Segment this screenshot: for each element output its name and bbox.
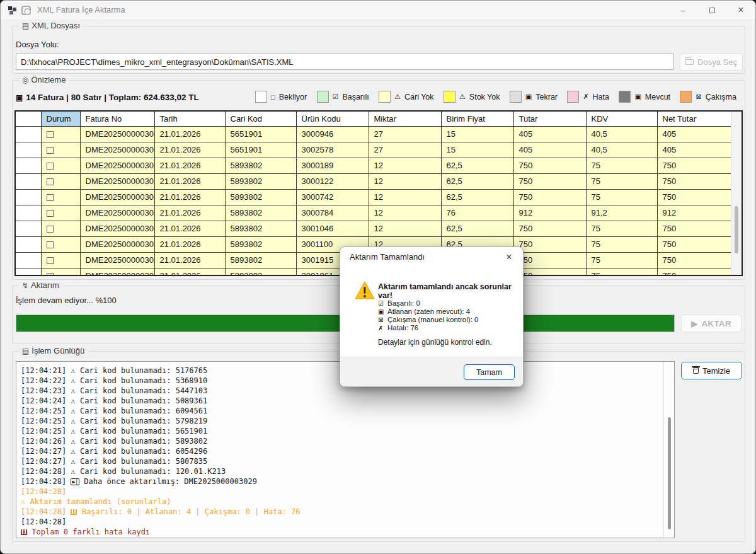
log-line: [12:04:25] ⚠ Cari kod bulunamadı: 579821…	[21, 416, 659, 426]
play-icon: ▶	[691, 319, 698, 328]
column-header[interactable]: Cari Kod	[225, 112, 296, 126]
row-checkbox[interactable]	[47, 178, 54, 185]
legend-glyph-icon: ▣	[525, 93, 532, 101]
xml-file-group-title: XML Dosyası	[32, 21, 80, 30]
table-cell: 21.01.2026	[154, 252, 225, 268]
log-text: Cari kod bulunamadı: 120.01.K213	[80, 467, 226, 476]
close-button[interactable]: ×	[726, 1, 755, 20]
table-cell: 750	[657, 268, 732, 276]
table-cell: 21.01.2026	[154, 126, 225, 142]
durum-cell[interactable]	[41, 252, 80, 268]
column-header[interactable]: Tarih	[154, 112, 225, 126]
table-cell: 750	[657, 252, 732, 268]
legend-swatch	[255, 91, 267, 103]
table-row[interactable]: DME202500000301921.01.202656519013000946…	[16, 126, 732, 142]
table-cell: 75	[586, 268, 657, 276]
log-timestamp: [12:04:27]	[21, 457, 71, 466]
column-header[interactable]: Ürün Kodu	[296, 112, 369, 126]
durum-cell[interactable]	[41, 142, 80, 158]
row-checkbox[interactable]	[47, 131, 54, 138]
table-cell: 3000742	[296, 189, 369, 205]
log-line: [12:04:28]	[21, 517, 659, 527]
durum-cell[interactable]	[41, 173, 80, 189]
table-cell: 750	[513, 173, 586, 189]
row-checkbox[interactable]	[47, 273, 54, 276]
folder-icon	[685, 59, 694, 65]
choose-file-button[interactable]: Dosya Seç	[680, 54, 743, 71]
column-header-durum[interactable]: Durum	[41, 112, 80, 126]
log-line: [12:04:28] ⚠ Cari kod bulunamadı: 120.01…	[21, 466, 659, 476]
log-timestamp: [12:04:28]	[21, 517, 71, 526]
table-row[interactable]: DME202500000302021.01.202658938023000122…	[16, 173, 732, 189]
row-checkbox[interactable]	[47, 257, 54, 264]
column-header[interactable]: Birim Fiyat	[441, 112, 513, 126]
row-checkbox[interactable]	[47, 226, 54, 233]
table-cell: 5893802	[225, 236, 296, 252]
table-cell: 750	[657, 158, 732, 173]
log-output[interactable]: [12:04:21] ⚠ Cari kod bulunamadı: 517676…	[16, 361, 675, 538]
durum-cell[interactable]	[41, 158, 80, 173]
table-cell: DME2025000003020	[80, 158, 154, 173]
file-path-label: Dosya Yolu:	[16, 40, 59, 49]
log-line: [12:04:28]	[21, 487, 659, 497]
log-text: Toplam 0 farklı hata kaydı	[32, 528, 150, 536]
table-cell: 21.01.2026	[154, 158, 225, 173]
table-cell: 750	[513, 221, 586, 236]
warning-icon: ⚠	[71, 366, 79, 375]
minimize-button[interactable]: –	[668, 1, 697, 20]
durum-cell[interactable]	[41, 268, 80, 276]
table-row[interactable]: DME202500000301921.01.202656519013002578…	[16, 142, 732, 158]
table-cell: 912	[657, 205, 732, 221]
column-header[interactable]: Miktar	[369, 112, 441, 126]
log-group-title: İşlem Günlüğü	[32, 346, 84, 355]
clear-log-button[interactable]: Temizle	[681, 362, 742, 379]
column-header[interactable]: KDV	[586, 112, 657, 126]
row-checkbox[interactable]	[47, 194, 54, 201]
row-checkbox[interactable]	[47, 241, 54, 248]
row-header-cell	[16, 126, 41, 142]
table-row[interactable]: DME202500000302021.01.202658938023000784…	[16, 205, 732, 221]
row-checkbox[interactable]	[47, 147, 54, 154]
column-header[interactable]: Fatura No	[80, 112, 154, 126]
column-header[interactable]: Tutar	[513, 112, 586, 126]
ok-button[interactable]: Tamam	[464, 364, 515, 380]
durum-cell[interactable]	[41, 236, 80, 252]
dialog-stat-line: ▣Atlanan (zaten mevcut): 4	[378, 308, 478, 316]
table-cell: 75	[586, 173, 657, 189]
row-checkbox[interactable]	[47, 163, 54, 170]
table-scrollbar-thumb[interactable]	[735, 206, 738, 253]
table-cell: 5651901	[225, 142, 296, 158]
table-cell: 27	[369, 142, 441, 158]
column-header[interactable]	[16, 112, 41, 126]
warning-icon: ⚠	[71, 407, 79, 415]
table-scrollbar[interactable]	[731, 112, 742, 275]
durum-cell[interactable]	[41, 189, 80, 205]
table-cell: 15	[441, 126, 513, 142]
maximize-button[interactable]	[697, 1, 726, 20]
column-header[interactable]: Net Tutar	[657, 112, 732, 126]
log-timestamp: [12:04:28]	[21, 467, 71, 476]
table-cell: 5893802	[225, 205, 296, 221]
table-cell: 750	[657, 173, 732, 189]
table-cell: 3001046	[296, 221, 369, 236]
table-row[interactable]: DME202500000302021.01.202658938023001046…	[16, 221, 732, 236]
log-text: Cari kod bulunamadı: 5807835	[80, 457, 207, 466]
transfer-group-title: Aktarım	[31, 280, 59, 290]
durum-cell[interactable]	[41, 205, 80, 221]
file-path-input[interactable]	[16, 54, 673, 70]
legend-label: Bekliyor	[279, 93, 307, 101]
table-cell: 75	[586, 236, 657, 252]
table-row[interactable]: DME202500000302021.01.202658938023000189…	[16, 158, 732, 173]
stat-text: Atlanan (zaten mevcut): 4	[387, 308, 470, 315]
log-scrollbar[interactable]	[663, 362, 674, 538]
table-row[interactable]: DME202500000302021.01.202658938023000742…	[16, 189, 732, 205]
transfer-button[interactable]: ▶ AKTAR	[681, 315, 742, 332]
log-text: Aktarım tamamlandı (sorunlarla)	[30, 497, 171, 506]
row-checkbox[interactable]	[47, 210, 54, 217]
dialog-close-button[interactable]: ×	[502, 250, 516, 264]
stat-icon: ▣	[378, 308, 387, 316]
log-scrollbar-thumb[interactable]	[668, 417, 671, 529]
durum-cell[interactable]	[41, 126, 80, 142]
durum-cell[interactable]	[41, 221, 80, 236]
legend-glyph-icon: □	[271, 93, 275, 101]
